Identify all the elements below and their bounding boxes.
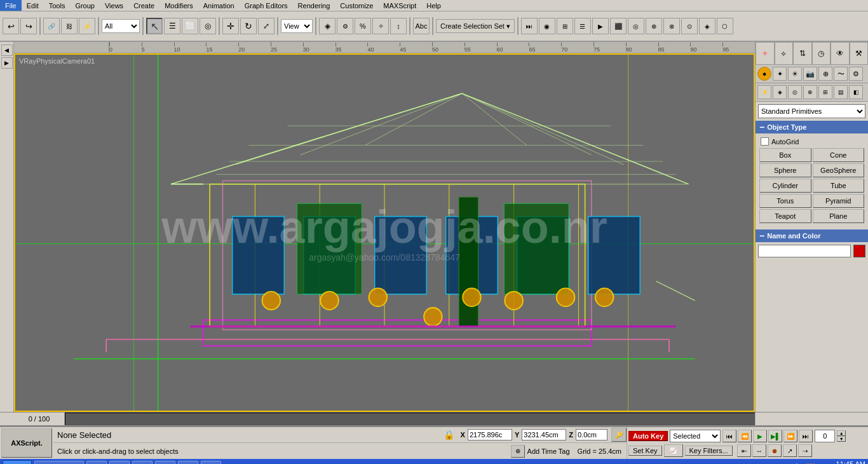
autogrid-checkbox[interactable]	[761, 137, 769, 146]
rp-extra-icon3[interactable]: ◎	[788, 85, 802, 99]
name-color-header[interactable]: − Name and Color	[756, 229, 868, 242]
system-clock[interactable]: 11:45 AM 7/17/2012	[834, 460, 865, 464]
pyramid-button[interactable]: Pyramid	[813, 194, 865, 208]
rp-extra-icon6[interactable]: ▤	[834, 85, 848, 99]
frame-up-button[interactable]: ▲	[837, 430, 846, 436]
undo-button[interactable]: ↩	[3, 18, 19, 34]
rp-light-icon[interactable]: ☀	[788, 67, 802, 81]
menu-tools[interactable]: Tools	[44, 0, 71, 11]
frame-down-button[interactable]: ▼	[837, 436, 846, 442]
bind-space-warp-button[interactable]: ⚡	[79, 18, 95, 34]
extra-btn4[interactable]: ⬡	[717, 18, 733, 34]
extra-btn1[interactable]: ⊗	[663, 18, 680, 34]
rp-shape-icon[interactable]: ✦	[773, 67, 787, 81]
render-button[interactable]: ▶	[592, 18, 609, 34]
z-input[interactable]	[576, 429, 607, 440]
activeshade-button[interactable]: ⬛	[610, 18, 627, 34]
selected-dropdown[interactable]: Selected	[670, 430, 721, 442]
key-mode-button[interactable]: ↕	[390, 18, 407, 34]
pb-extra1[interactable]: ⇤	[737, 444, 751, 457]
x-input[interactable]	[468, 429, 512, 440]
motion-tab[interactable]: ◷	[812, 42, 831, 65]
pb-extra4[interactable]: ↗	[783, 444, 797, 457]
rp-system-icon[interactable]: ⚙	[849, 67, 863, 81]
viewport[interactable]: VRayPhysicalCamera01	[14, 53, 755, 412]
utilities-tab[interactable]: ⚒	[850, 42, 869, 65]
redo-button[interactable]: ↪	[20, 18, 37, 34]
y-input[interactable]	[522, 429, 566, 440]
extra-btn2[interactable]: ⊙	[681, 18, 698, 34]
menu-graph-editors[interactable]: Graph Editors	[240, 0, 293, 11]
ref-coord-dropdown[interactable]: View	[281, 19, 313, 33]
track-view-button[interactable]: ⏭	[521, 18, 538, 34]
color-swatch[interactable]	[853, 245, 865, 257]
rp-spacewarp-icon[interactable]: 〜	[834, 67, 848, 81]
select-by-name-button[interactable]: ☰	[164, 18, 180, 34]
menu-file[interactable]: File	[0, 0, 22, 11]
material-editor-button[interactable]: ⊞	[557, 18, 573, 34]
rp-extra-icon1[interactable]: ⚡	[757, 85, 771, 99]
coords-lock-button[interactable]: 🔑	[611, 428, 627, 442]
menu-views[interactable]: Views	[100, 0, 128, 11]
rp-extra-icon4[interactable]: ⊗	[803, 85, 817, 99]
go-to-start-button[interactable]: ⏮	[722, 430, 736, 442]
render-setup-button[interactable]: ☰	[574, 18, 591, 34]
taskbar-app-extra3[interactable]: 📊	[201, 461, 221, 464]
taskbar-app-extra2[interactable]: 🔧	[178, 461, 198, 464]
render-type-button[interactable]: Abc	[413, 18, 430, 34]
setkey-button[interactable]: Set Key	[628, 446, 662, 456]
menu-create[interactable]: Create	[128, 0, 159, 11]
frame-input[interactable]	[815, 430, 835, 442]
menu-rendering[interactable]: Rendering	[293, 0, 336, 11]
window-crossing-button[interactable]: ◎	[200, 18, 216, 34]
select-object-button[interactable]: ↖	[146, 18, 163, 34]
cone-button[interactable]: Cone	[813, 148, 865, 162]
primitives-dropdown[interactable]: Standard Primitives	[758, 104, 865, 118]
play-selected-button[interactable]: ▶▌	[768, 430, 782, 442]
autokey-button[interactable]: Auto Key	[628, 431, 668, 441]
select-link-button[interactable]: 🔗	[43, 18, 60, 34]
modify-tab[interactable]: ⟡	[775, 42, 794, 65]
timeline-track[interactable]	[65, 413, 755, 425]
create-selection-button[interactable]: Create Selection Set ▾	[436, 19, 515, 33]
pb-extra2[interactable]: ↔	[752, 444, 766, 457]
taskbar-app-extra1[interactable]: 📝	[155, 461, 175, 464]
percent-snap-button[interactable]: %	[355, 18, 371, 34]
taskbar-app-3dsmax[interactable]: 🎲 3ds Max	[34, 461, 84, 464]
go-to-end-button[interactable]: ⏭	[799, 430, 813, 442]
spinner-snap-button[interactable]: ✧	[372, 18, 389, 34]
render-last-button[interactable]: ◎	[628, 18, 644, 34]
hierarchy-tab[interactable]: ⇅	[793, 42, 812, 65]
torus-button[interactable]: Torus	[759, 194, 811, 208]
angle-snap-button[interactable]: ⚙	[337, 18, 353, 34]
geosphere-button[interactable]: GeoSphere	[813, 163, 865, 177]
prev-frame-button[interactable]: ⏪	[738, 430, 752, 442]
rectangular-select-button[interactable]: ⬜	[182, 18, 198, 34]
timeline-right-btn[interactable]: ▶	[1, 57, 13, 69]
axscript-button[interactable]: AXScript.	[1, 428, 52, 458]
timeline-left-btn[interactable]: ◀	[1, 44, 13, 56]
plane-button[interactable]: Plane	[813, 209, 865, 223]
rp-extra-icon2[interactable]: ◈	[773, 85, 787, 99]
add-time-tag-area[interactable]: ⊕	[511, 445, 525, 458]
filter-dropdown[interactable]: All	[102, 19, 140, 33]
play-button[interactable]: ▶	[753, 430, 767, 442]
object-name-input[interactable]	[758, 245, 851, 257]
instances-button[interactable]: ⊕	[646, 18, 662, 34]
scale-button[interactable]: ⤢	[258, 18, 275, 34]
rp-geometry-icon[interactable]: ●	[757, 67, 771, 81]
move-button[interactable]: ✛	[222, 18, 239, 34]
tube-button[interactable]: Tube	[813, 179, 865, 193]
object-type-header[interactable]: − Object Type	[756, 121, 868, 133]
box-button[interactable]: Box	[759, 148, 811, 162]
menu-animation[interactable]: Animation	[198, 0, 240, 11]
rp-helper-icon[interactable]: ⊕	[818, 67, 832, 81]
menu-maxscript[interactable]: MAXScript	[378, 0, 421, 11]
taskbar-app-ps[interactable]: 🎨	[132, 461, 153, 464]
cylinder-button[interactable]: Cylinder	[759, 179, 811, 193]
schematic-view-button[interactable]: ◉	[539, 18, 555, 34]
menu-customize[interactable]: Customize	[335, 0, 378, 11]
start-button[interactable]: ⊞	[3, 460, 32, 464]
pb-extra5[interactable]: ⇢	[798, 444, 812, 457]
menu-help[interactable]: Help	[421, 0, 446, 11]
